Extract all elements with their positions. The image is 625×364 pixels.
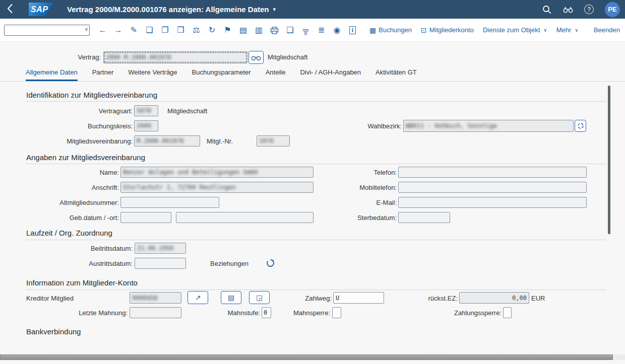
mitglnr-field[interactable]: 1076 xyxy=(257,135,290,147)
tab-weitere-vertraege[interactable]: Weitere Verträge xyxy=(128,67,177,81)
beziehungen-button[interactable] xyxy=(266,259,275,269)
milestone-flag-icon[interactable]: ⚑ xyxy=(220,19,235,42)
tab-strip: Allgemeine Daten Partner Weitere Verträg… xyxy=(26,67,417,81)
document-preview-icon[interactable]: ▥ xyxy=(251,19,267,42)
cash-journal-button[interactable]: ▤ xyxy=(221,291,241,304)
section-angaben-heading: Angaben zur Mitgliedsvereinbarung xyxy=(26,153,145,162)
mahnstufe-field[interactable]: 0 xyxy=(262,307,271,318)
buchungskreis-value: 2000 xyxy=(137,122,151,129)
page-title[interactable]: Vertrag 2000/M.2000.001076 anzeigen: All… xyxy=(67,5,276,14)
section-konto-heading: Information zum Mitglieder-Konto xyxy=(26,278,138,287)
zahlungssperre-field[interactable] xyxy=(503,307,512,318)
help-icon[interactable]: ? xyxy=(584,5,594,14)
sterbedatum-field[interactable] xyxy=(398,212,450,223)
letzte-mahnung-field[interactable] xyxy=(130,307,181,318)
back-arrow-icon[interactable]: ← xyxy=(95,19,110,42)
austrittsdatum-field[interactable] xyxy=(135,258,186,269)
create-document-icon[interactable]: ❏ xyxy=(142,19,157,42)
mahnstufe-label: Mahnstufe: xyxy=(217,309,260,317)
kreditor-value: 9000458 xyxy=(132,295,158,302)
anschrift-value: Storlachstr 1, 72760 Reutlingen xyxy=(123,184,236,191)
command-field[interactable] xyxy=(4,25,90,36)
refresh-icon[interactable]: ↻ xyxy=(204,19,220,42)
vertragsart-field[interactable]: 5070 xyxy=(134,105,158,116)
info-icon[interactable]: i xyxy=(345,19,360,42)
vertrag-field[interactable]: 2000 M.2000.001076 xyxy=(103,51,247,63)
wahlbezirk-hierarchy-button[interactable] xyxy=(575,120,586,132)
copy-document-icon[interactable]: ❐ xyxy=(157,19,173,42)
vertical-scrollbar[interactable] xyxy=(608,86,610,234)
tab-divi-agh-angaben[interactable]: Divi- / AGH-Angaben xyxy=(300,67,361,81)
horizontal-scrollbar-thumb[interactable] xyxy=(0,354,613,360)
telefon-field[interactable] xyxy=(398,167,587,178)
forward-arrow-icon[interactable]: → xyxy=(110,19,126,42)
mahnsperre-field[interactable] xyxy=(332,307,341,318)
tab-allgemeine-daten[interactable]: Allgemeine Daten xyxy=(26,67,78,81)
vertrag-value: 2000 M.2000.001076 xyxy=(106,54,171,61)
email-field[interactable] xyxy=(398,197,587,208)
scales-icon[interactable]: ⚖ xyxy=(189,19,204,42)
cash-desk-icon[interactable]: ▤ xyxy=(235,19,251,42)
zahlweg-label: Zahlweg: xyxy=(282,295,332,302)
mitgliedsvereinbarung-field[interactable]: M.2000.001076 xyxy=(134,135,200,147)
print-icon[interactable] xyxy=(267,19,282,42)
tab-anteile[interactable]: Anteile xyxy=(266,67,286,81)
mitglnr-value: 1076 xyxy=(259,137,274,144)
shell-actions: ? PE xyxy=(542,0,620,19)
chevron-down-icon: ∨ xyxy=(543,27,547,33)
sterbedatum-label: Sterbedatum: xyxy=(323,214,397,222)
user-avatar[interactable]: PE xyxy=(605,2,620,17)
display-button[interactable] xyxy=(248,51,264,64)
navigate-back-button[interactable] xyxy=(0,0,20,19)
mehr-menu[interactable]: Mehr ∨ xyxy=(556,26,579,34)
org-chart-icon[interactable]: ╦ xyxy=(298,19,314,42)
wahlbezirk-field[interactable]: WB011 - Hohbuch, Sonstige xyxy=(403,120,574,132)
mitgliederkonto-button[interactable]: ⊡ Mitgliederkonto xyxy=(421,26,474,34)
tab-buchungsparameter[interactable]: Buchungsparameter xyxy=(192,67,251,81)
display-change-icon[interactable]: ✎ xyxy=(126,19,142,42)
section-divider xyxy=(26,289,606,290)
section-bankverbindung-heading: Bankverbindung xyxy=(26,327,81,336)
zahlweg-field[interactable]: U xyxy=(333,292,384,304)
mahnsperre-label: Mahnsperre: xyxy=(282,309,330,317)
shell-header: SAP Vertrag 2000/M.2000.001076 anzeigen:… xyxy=(0,0,625,19)
vertragsart-value: 5070 xyxy=(137,107,151,114)
wahlbezirk-value: WB011 - Hohbuch, Sonstige xyxy=(406,122,497,129)
upload-document-icon[interactable]: ❑ xyxy=(282,19,298,42)
gebdatum-field[interactable] xyxy=(120,212,171,223)
horizontal-scrollbar-track[interactable] xyxy=(0,354,625,360)
rueckstez-field[interactable]: 0,00 xyxy=(459,292,529,304)
copy-template-icon[interactable]: ❒ xyxy=(173,19,189,42)
zahlweg-value: U xyxy=(336,295,339,302)
toolbar-icon-group: ← → ✎ ❏ ❐ ❒ ⚖ ↻ ⚑ ▤ ▥ ❑ ╦ ≣ ◉ i xyxy=(95,19,360,42)
dienste-zum-objekt-menu[interactable]: Dienste zum Objekt ∨ xyxy=(483,26,547,34)
tab-partner[interactable]: Partner xyxy=(92,67,114,81)
tab-aktivitaeten-gt[interactable]: Aktivitäten GT xyxy=(376,67,417,81)
name-field[interactable]: Benzer Anlagen und Beteiligungen GmbH xyxy=(120,167,314,178)
section-laufzeit-heading: Laufzeit / Org. Zuordnung xyxy=(26,229,112,237)
buchungskreis-field[interactable]: 2000 xyxy=(134,120,158,131)
salary-statement-icon[interactable]: ◉ xyxy=(329,19,345,42)
mobiltelefon-field[interactable] xyxy=(398,182,587,193)
beitrittsdatum-field[interactable]: 21.06.1950 xyxy=(135,243,186,254)
altmitgliedsnummer-field[interactable] xyxy=(120,197,219,208)
vertrag-label: Vertrag: xyxy=(0,53,101,61)
tabstrip-separator xyxy=(0,81,625,82)
sort-icon[interactable]: ≣ xyxy=(314,19,329,42)
beitrittsdatum-label: Beitrittsdatum: xyxy=(0,245,133,252)
mobiltelefon-label: Mobiltelefon: xyxy=(323,184,397,191)
binoculars-icon[interactable] xyxy=(563,5,573,15)
telefon-label: Telefon: xyxy=(323,169,397,176)
gebort-field[interactable] xyxy=(176,212,314,223)
post-payment-button[interactable]: ↗ xyxy=(188,291,208,304)
search-icon[interactable] xyxy=(542,5,552,15)
beenden-button[interactable]: Beenden xyxy=(594,26,620,34)
document-arrow-icon: ◲ xyxy=(256,294,263,302)
mehr-label: Mehr xyxy=(556,26,572,34)
buchungen-button[interactable]: ▦ Buchungen xyxy=(369,26,412,34)
binoculars-icon xyxy=(251,54,261,61)
account-exit-button[interactable]: ◲ xyxy=(249,291,270,304)
payment-arrow-icon: ↗ xyxy=(195,294,201,302)
kreditor-field[interactable]: 9000458 xyxy=(130,292,181,304)
anschrift-field[interactable]: Storlachstr 1, 72760 Reutlingen xyxy=(120,182,314,193)
